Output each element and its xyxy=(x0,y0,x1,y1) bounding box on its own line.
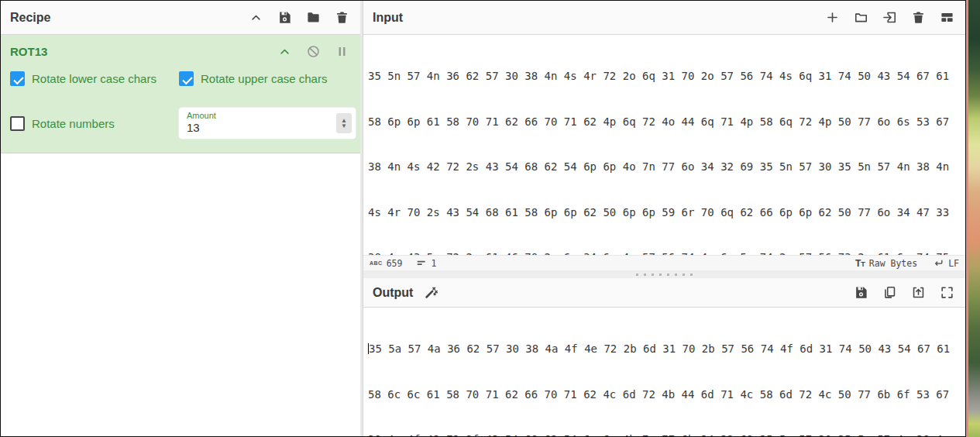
output-line: 58 6c 6c 61 58 70 71 62 66 70 71 62 4c 6… xyxy=(368,387,961,403)
recipe-title: Recipe xyxy=(10,11,50,25)
text-encoding-icon: TT xyxy=(855,258,865,269)
clear-recipe-button[interactable] xyxy=(333,9,351,26)
clear-io-button[interactable] xyxy=(910,9,927,26)
char-count-stat: ABC 659 xyxy=(370,258,402,269)
recipe-drop-area[interactable] xyxy=(1,153,360,436)
pause-icon xyxy=(335,44,349,59)
pane-layout-button[interactable] xyxy=(938,9,956,26)
trash-icon xyxy=(335,10,349,25)
lines-icon xyxy=(416,258,427,269)
open-folder-as-input-button[interactable] xyxy=(852,9,870,26)
folder-outline-icon xyxy=(854,10,868,25)
save-icon xyxy=(854,285,868,300)
amount-input[interactable] xyxy=(187,121,332,134)
load-recipe-button[interactable] xyxy=(304,9,322,26)
wallpaper-image xyxy=(968,0,980,437)
character-encoding-selector[interactable]: TT Raw Bytes xyxy=(855,258,917,269)
input-textarea[interactable]: 35 5n 57 4n 36 62 57 30 38 4n 4s 4r 72 2… xyxy=(363,35,965,255)
output-title: Output xyxy=(373,286,413,300)
input-header: Input xyxy=(363,1,965,35)
open-file-as-input-button[interactable] xyxy=(881,9,899,26)
operation-title: ROT13 xyxy=(10,45,47,58)
output-line: 38 4a 4f 42 72 2f 43 54 68 62 54 6c 6c 4… xyxy=(368,432,961,436)
rotate-upper-checkbox[interactable]: Rotate upper case chars xyxy=(179,71,356,86)
eol-selector[interactable]: LF xyxy=(933,258,959,269)
operation-header: ROT13 xyxy=(10,43,351,60)
save-output-button[interactable] xyxy=(852,284,870,301)
output-header: Output xyxy=(363,278,965,308)
collapse-all-button[interactable] xyxy=(247,9,265,26)
line-count-value: 1 xyxy=(431,258,436,269)
open-output-new-tab-button[interactable] xyxy=(910,284,927,301)
recipe-panel: Recipe ROT13 xyxy=(1,1,360,436)
char-count-value: 659 xyxy=(387,258,403,269)
disable-op-button[interactable] xyxy=(304,43,322,60)
checkbox-label: Rotate lower case chars xyxy=(32,72,156,85)
checkbox-label: Rotate numbers xyxy=(32,117,115,130)
plus-icon xyxy=(825,10,840,25)
chevron-up-icon xyxy=(277,44,292,59)
input-line: 4s 4r 70 2s 43 54 68 61 58 6p 6p 62 50 6… xyxy=(368,205,961,221)
checkbox-label: Rotate upper case chars xyxy=(201,72,327,85)
output-line: 35 5a 57 4a 36 62 57 30 38 4a 4f 4e 72 2… xyxy=(368,342,961,357)
desktop-wallpaper-strip xyxy=(966,0,980,437)
magic-wand-icon xyxy=(424,285,438,300)
recipe-operation-rot13[interactable]: ROT13 Rotate lower case chars xyxy=(1,35,360,153)
amount-stepper[interactable]: ▲▼ xyxy=(336,113,352,133)
input-line: 38 4n 4s 42 72 2s 43 54 68 62 54 6p 6p 4… xyxy=(368,160,961,175)
operation-args: Rotate lower case chars Rotate upper cas… xyxy=(10,71,351,139)
amount-field[interactable]: Amount ▲▼ xyxy=(179,108,356,139)
checkbox-checked-icon xyxy=(10,71,25,86)
input-line: 35 5n 57 4n 36 62 57 30 38 4n 4s 4r 72 2… xyxy=(368,69,961,84)
checkbox-unchecked-icon xyxy=(10,116,25,131)
fullscreen-icon xyxy=(940,285,954,300)
line-count-stat: 1 xyxy=(416,258,436,269)
output-textarea[interactable]: 35 5a 57 4a 36 62 57 30 38 4a 4f 4e 72 2… xyxy=(363,308,965,436)
save-icon xyxy=(277,10,292,25)
trash-icon xyxy=(911,10,926,25)
checkbox-checked-icon xyxy=(179,71,194,86)
open-in-new-icon xyxy=(911,285,926,300)
encoding-value: Raw Bytes xyxy=(869,258,917,269)
input-status-bar: ABC 659 1 TT Raw Bytes xyxy=(363,255,965,270)
collapse-op-button[interactable] xyxy=(276,43,294,60)
app-frame: Recipe ROT13 xyxy=(0,0,966,437)
input-line: 58 6p 6p 61 58 70 71 62 66 70 71 62 4p 6… xyxy=(368,115,961,130)
ban-icon xyxy=(306,44,321,59)
input-title: Input xyxy=(373,11,403,25)
magic-button[interactable] xyxy=(422,284,440,301)
io-splitter[interactable] xyxy=(363,270,965,278)
char-count-icon: ABC xyxy=(370,260,383,266)
copy-icon xyxy=(882,285,897,300)
breakpoint-op-button[interactable] xyxy=(333,43,351,60)
amount-label: Amount xyxy=(187,111,332,120)
maximise-output-button[interactable] xyxy=(938,284,956,301)
layout-icon xyxy=(940,10,954,25)
rotate-lower-checkbox[interactable]: Rotate lower case chars xyxy=(10,71,179,86)
cyberchef-window: Recipe ROT13 xyxy=(0,0,980,437)
copy-output-button[interactable] xyxy=(881,284,899,301)
folder-icon xyxy=(306,10,321,25)
rotate-numbers-checkbox[interactable]: Rotate numbers xyxy=(10,116,179,131)
return-arrow-icon xyxy=(933,258,944,268)
save-recipe-button[interactable] xyxy=(276,9,294,26)
eol-value: LF xyxy=(948,258,959,269)
add-input-tab-button[interactable] xyxy=(824,9,841,26)
recipe-header: Recipe xyxy=(1,1,360,35)
chevron-up-icon xyxy=(249,10,263,25)
file-input-icon xyxy=(882,10,897,25)
io-column: Input 35 5n 57 4n 36 62 xyxy=(363,1,965,436)
